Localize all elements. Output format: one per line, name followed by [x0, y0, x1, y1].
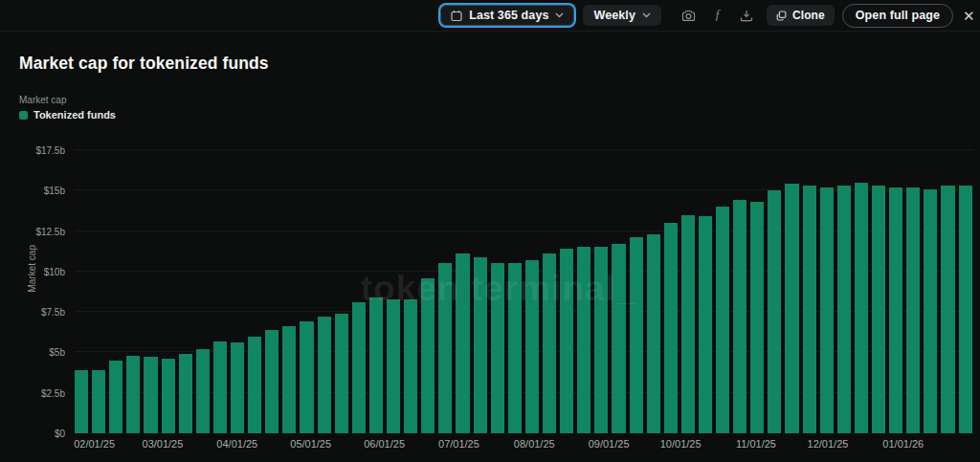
clone-button[interactable]: Clone: [767, 5, 835, 26]
bar[interactable]: [525, 260, 539, 433]
bar[interactable]: [109, 361, 122, 433]
y-tick-label: $17.5b: [35, 144, 65, 155]
x-tick-label: 06/01/25: [364, 438, 405, 450]
bar[interactable]: [906, 187, 920, 433]
granularity-label: Weekly: [593, 9, 635, 22]
x-tick-label: 11/01/25: [736, 438, 776, 450]
bar[interactable]: [282, 326, 296, 433]
y-tick-label: $12.5b: [35, 226, 65, 236]
bar[interactable]: [750, 202, 764, 433]
page-title: Market cap for tokenized funds: [19, 54, 269, 74]
bar[interactable]: [941, 186, 954, 433]
x-tick-label: 02/01/25: [74, 438, 115, 450]
bar[interactable]: [352, 302, 366, 433]
clone-label: Clone: [792, 9, 825, 22]
x-tick-label: 03/01/25: [143, 438, 184, 450]
y-axis-tick-labels: $0$2.5b$5b$7.5b$10b$12.5b$15b$17.5b: [0, 134, 65, 433]
bar[interactable]: [872, 186, 885, 433]
bar[interactable]: [335, 314, 348, 433]
plot-area: [75, 134, 972, 433]
toolbar: Last 365 days Weekly: [0, 0, 980, 32]
bar[interactable]: [733, 200, 746, 433]
bar[interactable]: [785, 184, 798, 433]
bar[interactable]: [837, 186, 851, 433]
bar[interactable]: [924, 189, 937, 433]
bar[interactable]: [699, 216, 712, 433]
bar[interactable]: [474, 257, 487, 433]
bar[interactable]: [612, 244, 625, 433]
bar[interactable]: [647, 234, 660, 433]
calendar-icon: [451, 10, 462, 22]
bar[interactable]: [560, 249, 573, 433]
bar[interactable]: [664, 223, 678, 433]
bar[interactable]: [491, 263, 504, 433]
bar[interactable]: [196, 349, 210, 433]
y-tick-label: $10b: [44, 266, 65, 276]
y-tick-label: $2.5b: [41, 387, 65, 398]
camera-icon: [681, 10, 696, 22]
bar[interactable]: [889, 187, 902, 433]
bar[interactable]: [630, 237, 643, 433]
token-terminal-chart-panel: Last 365 days Weekly: [0, 0, 980, 462]
bar[interactable]: [387, 299, 400, 433]
open-full-page-label: Open full page: [856, 9, 940, 22]
bar[interactable]: [855, 183, 868, 433]
bar[interactable]: [681, 215, 695, 433]
date-range-dropdown[interactable]: Last 365 days: [440, 5, 574, 26]
bar[interactable]: [318, 317, 331, 433]
bar[interactable]: [421, 278, 434, 433]
bar[interactable]: [265, 330, 278, 433]
copy-icon: [776, 11, 787, 21]
bar[interactable]: [768, 190, 781, 433]
x-tick-label: 01/01/26: [882, 438, 924, 450]
x-tick-label: 12/01/25: [808, 438, 849, 450]
x-tick-label: 09/01/25: [589, 438, 630, 450]
x-tick-label: 10/01/25: [660, 438, 702, 450]
bar[interactable]: [803, 186, 816, 433]
bar[interactable]: [92, 370, 105, 433]
legend-item[interactable]: Tokenized funds: [19, 109, 116, 121]
y-tick-label: $7.5b: [41, 307, 65, 318]
bar[interactable]: [369, 297, 383, 433]
close-icon[interactable]: ✕: [963, 9, 976, 23]
bar[interactable]: [213, 341, 227, 433]
bar[interactable]: [543, 253, 556, 433]
bar[interactable]: [820, 187, 834, 433]
legend-series-label: Tokenized funds: [33, 109, 116, 121]
date-range-label: Last 365 days: [469, 9, 548, 22]
x-axis-tick-labels: 02/01/2503/01/2504/01/2505/01/2506/01/25…: [75, 438, 972, 451]
bar[interactable]: [231, 342, 244, 433]
bar[interactable]: [248, 337, 261, 434]
bar[interactable]: [404, 299, 417, 433]
bar-series: [75, 134, 972, 433]
x-tick-label: 05/01/25: [290, 438, 331, 450]
open-full-page-button[interactable]: Open full page: [842, 4, 953, 28]
bar[interactable]: [162, 359, 175, 433]
bar[interactable]: [577, 247, 590, 433]
bar[interactable]: [179, 354, 192, 433]
y-tick-label: $15b: [44, 186, 65, 196]
function-icon: ƒ: [714, 8, 721, 23]
bar[interactable]: [716, 207, 729, 433]
granularity-dropdown[interactable]: Weekly: [583, 5, 660, 26]
chevron-down-icon: [642, 12, 651, 18]
y-tick-label: $5b: [49, 347, 65, 358]
bar[interactable]: [456, 253, 469, 433]
y-tick-label: $0: [55, 429, 65, 439]
chevron-down-icon: [555, 12, 564, 18]
bar[interactable]: [144, 357, 157, 433]
download-icon: [740, 10, 753, 22]
x-tick-label: 07/01/25: [438, 438, 479, 450]
legend-swatch: [19, 111, 28, 120]
bar[interactable]: [594, 247, 608, 433]
formula-button[interactable]: ƒ: [706, 4, 729, 27]
download-button[interactable]: [735, 4, 758, 27]
bar[interactable]: [508, 263, 522, 433]
screenshot-button[interactable]: [678, 4, 701, 27]
bar[interactable]: [438, 263, 452, 433]
bar[interactable]: [126, 356, 140, 433]
bar[interactable]: [959, 186, 972, 433]
legend-group-label: Market cap: [19, 95, 66, 105]
bar[interactable]: [300, 321, 313, 433]
bar[interactable]: [75, 370, 88, 433]
